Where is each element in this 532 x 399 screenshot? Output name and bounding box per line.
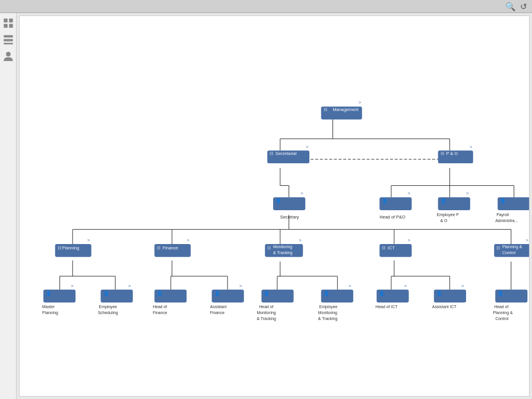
svg-text:☷: ☷ bbox=[324, 107, 327, 112]
sidebar-user-icon[interactable] bbox=[3, 51, 14, 62]
svg-text:Control: Control bbox=[502, 251, 516, 255]
asst-finance-node[interactable]: 👤 Assistant Finance > bbox=[210, 283, 244, 315]
svg-text:Control: Control bbox=[495, 316, 509, 321]
svg-text:Employee: Employee bbox=[99, 305, 118, 309]
svg-text:👤: 👤 bbox=[379, 290, 385, 296]
svg-text:Monitoring: Monitoring bbox=[256, 311, 276, 315]
svg-text:>: > bbox=[71, 283, 74, 289]
svg-text:Head of: Head of bbox=[494, 305, 508, 309]
svg-text:>: > bbox=[299, 238, 302, 243]
svg-text:>: > bbox=[349, 283, 352, 289]
svg-text:☷: ☷ bbox=[496, 246, 500, 250]
svg-text:Head of ICT: Head of ICT bbox=[375, 305, 398, 309]
svg-text:☷: ☷ bbox=[267, 246, 271, 250]
svg-rect-2 bbox=[4, 24, 7, 27]
svg-text:Head of: Head of bbox=[153, 305, 167, 309]
zoom-icon[interactable]: 🔍 bbox=[505, 2, 515, 11]
svg-text:☷: ☷ bbox=[441, 151, 444, 156]
svg-rect-4 bbox=[4, 35, 12, 37]
head-finance-node[interactable]: 👤 Head of Finance bbox=[153, 290, 186, 315]
org-chart-svg: ☷ Management > ☷ Secretariat > ☷ P & O > bbox=[20, 16, 529, 396]
svg-text:>: > bbox=[525, 238, 528, 243]
sidebar-grid1-icon[interactable] bbox=[3, 18, 14, 28]
svg-text:Monitoring: Monitoring bbox=[273, 245, 292, 249]
svg-text:👤: 👤 bbox=[103, 290, 109, 296]
payroll-node[interactable]: 👤 Payroll Administra... bbox=[495, 197, 529, 222]
svg-text:Planning: Planning bbox=[62, 245, 80, 251]
sidebar-grid2-icon[interactable] bbox=[3, 34, 14, 45]
head-ict-node[interactable]: 👤 Head of ICT > bbox=[375, 283, 408, 309]
svg-rect-0 bbox=[4, 18, 7, 22]
svg-text:>: > bbox=[404, 283, 407, 289]
asst-ict-node[interactable]: 👤 Assistant ICT > bbox=[432, 283, 466, 309]
svg-text:>: > bbox=[306, 144, 309, 150]
head-monitoring-node[interactable]: 👤 Head of Monitoring & Tracking bbox=[256, 290, 293, 321]
top-bar: 🔍 ↺ bbox=[0, 0, 532, 13]
svg-text:Master: Master bbox=[42, 305, 55, 309]
svg-text:👤: 👤 bbox=[500, 198, 506, 204]
svg-text:Head of: Head of bbox=[259, 305, 273, 309]
svg-text:☷: ☷ bbox=[382, 246, 385, 250]
svg-text:& Tracking: & Tracking bbox=[273, 251, 293, 255]
svg-text:👤: 👤 bbox=[157, 290, 163, 296]
finance-node[interactable]: ☷ Finance > bbox=[154, 238, 191, 257]
svg-text:👤: 👤 bbox=[436, 290, 442, 296]
svg-text:>: > bbox=[300, 191, 303, 196]
svg-text:☷: ☷ bbox=[58, 246, 61, 250]
svg-text:Payroll: Payroll bbox=[496, 213, 509, 217]
svg-text:👤: 👤 bbox=[498, 290, 504, 296]
sidebar bbox=[0, 13, 17, 399]
svg-text:>: > bbox=[407, 238, 410, 243]
svg-text:👤: 👤 bbox=[46, 290, 52, 296]
head-planning-control-node[interactable]: 👤 Head of Planning & Control bbox=[493, 290, 527, 321]
svg-text:Finance: Finance bbox=[153, 311, 167, 315]
svg-rect-6 bbox=[4, 43, 12, 45]
ict-node[interactable]: ☷ ICT > bbox=[379, 238, 411, 257]
svg-text:P & O: P & O bbox=[446, 151, 458, 156]
planning-node[interactable]: ☷ Planning > bbox=[55, 238, 91, 257]
master-planning-node[interactable]: 👤 Master Planning > bbox=[42, 283, 75, 315]
svg-text:Planning: Planning bbox=[42, 311, 58, 315]
refresh-icon[interactable]: ↺ bbox=[520, 2, 527, 11]
svg-text:☷: ☷ bbox=[157, 246, 160, 250]
svg-text:Finance: Finance bbox=[163, 245, 178, 251]
svg-point-7 bbox=[6, 52, 11, 56]
svg-text:Secretary: Secretary bbox=[280, 214, 299, 220]
employee-po-node[interactable]: 👤 Employee P & O > bbox=[437, 191, 470, 222]
mgmt-node[interactable]: ☷ Management > bbox=[321, 100, 362, 120]
svg-text:Monitoring: Monitoring bbox=[318, 311, 337, 315]
svg-rect-1 bbox=[9, 18, 12, 22]
svg-text:>: > bbox=[87, 238, 90, 243]
svg-text:👤: 👤 bbox=[382, 198, 388, 204]
svg-text:👤: 👤 bbox=[214, 290, 220, 296]
svg-text:Planning &: Planning & bbox=[502, 245, 522, 249]
svg-text:ICT: ICT bbox=[388, 245, 395, 251]
svg-text:👤: 👤 bbox=[441, 198, 446, 204]
emp-monitoring-node[interactable]: 👤 Employee Monitoring & Tracking > bbox=[318, 283, 353, 321]
svg-text:>: > bbox=[461, 283, 464, 289]
svg-text:Administra...: Administra... bbox=[495, 218, 518, 223]
po-node[interactable]: ☷ P & O > bbox=[438, 144, 473, 164]
svg-text:>: > bbox=[407, 191, 410, 196]
svg-text:👤: 👤 bbox=[324, 290, 330, 296]
head-pao-node[interactable]: 👤 Head of P&O > bbox=[379, 191, 411, 219]
svg-text:Scheduling: Scheduling bbox=[98, 311, 118, 315]
svg-text:👤: 👤 bbox=[276, 198, 281, 204]
svg-text:>: > bbox=[470, 144, 473, 150]
svg-text:Planning &: Planning & bbox=[493, 311, 513, 315]
svg-rect-5 bbox=[4, 39, 12, 42]
svg-text:& O: & O bbox=[441, 218, 448, 223]
svg-text:Employee: Employee bbox=[319, 305, 338, 309]
svg-text:Head of P&O: Head of P&O bbox=[379, 214, 406, 220]
svg-text:& Tracking: & Tracking bbox=[318, 316, 338, 321]
svg-text:☷: ☷ bbox=[270, 151, 273, 156]
monitoring-node[interactable]: ☷ Monitoring & Tracking > bbox=[265, 238, 303, 257]
svg-text:& Tracking: & Tracking bbox=[256, 316, 276, 321]
svg-text:>: > bbox=[128, 283, 131, 289]
secretariat-node[interactable]: ☷ Secretariat > bbox=[267, 144, 309, 164]
svg-text:>: > bbox=[239, 283, 242, 289]
planning-control-node[interactable]: ☷ Planning & Control > bbox=[494, 238, 529, 257]
svg-text:👤: 👤 bbox=[264, 290, 270, 296]
svg-text:Assistant: Assistant bbox=[210, 305, 227, 309]
svg-text:Assistant ICT: Assistant ICT bbox=[432, 305, 457, 309]
